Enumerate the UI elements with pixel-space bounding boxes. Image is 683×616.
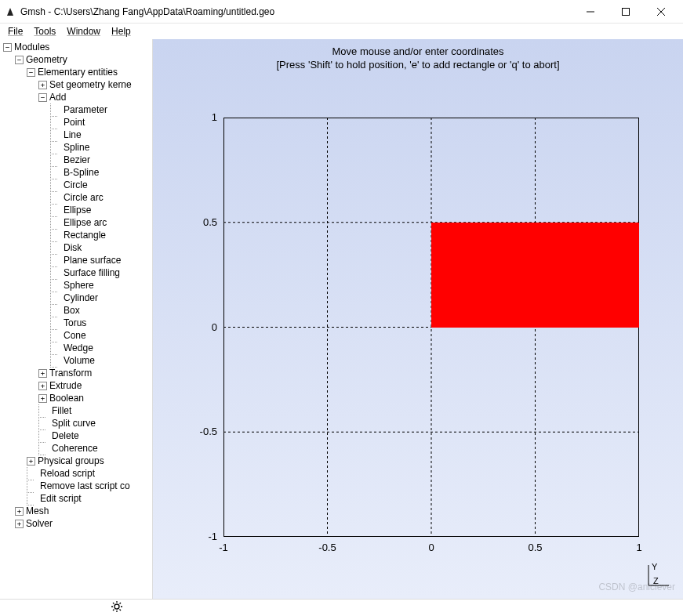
hint-line2: [Press 'Shift' to hold position, 'e' to … bbox=[153, 59, 683, 71]
app-icon bbox=[5, 6, 16, 17]
collapse-icon[interactable]: − bbox=[15, 56, 24, 64]
axis-y-label: Y bbox=[652, 562, 658, 571]
tree-add-box[interactable]: Box bbox=[50, 304, 152, 317]
tree-add-ellipse-arc[interactable]: Ellipse arc bbox=[50, 216, 152, 229]
menu-window[interactable]: Window bbox=[62, 24, 105, 38]
y-tick-label: -0.5 bbox=[194, 426, 217, 437]
tree-add-spline[interactable]: Spline bbox=[50, 141, 152, 154]
tree-extrude[interactable]: +Extrude bbox=[38, 379, 152, 392]
tree-add-bezier[interactable]: Bezier bbox=[50, 154, 152, 166]
tree-fillet[interactable]: Fillet bbox=[38, 404, 152, 417]
hint-text: Move mouse and/or enter coordinates [Pre… bbox=[153, 45, 683, 71]
tree-add-volume[interactable]: Volume bbox=[50, 354, 152, 367]
x-tick-label: -1 bbox=[214, 542, 233, 553]
tree-mesh[interactable]: +Mesh bbox=[15, 505, 152, 517]
maximize-button[interactable] bbox=[608, 0, 643, 24]
tree-elementary[interactable]: −Elementary entities bbox=[27, 66, 152, 78]
tree-boolean[interactable]: +Boolean bbox=[38, 392, 152, 404]
status-bar bbox=[0, 599, 683, 616]
tree-add-wedge[interactable]: Wedge bbox=[50, 342, 152, 354]
tree-edit-script[interactable]: Edit script bbox=[27, 492, 152, 505]
svg-point-17 bbox=[114, 604, 119, 609]
tree-split-curve[interactable]: Split curve bbox=[38, 417, 152, 429]
close-button[interactable] bbox=[643, 0, 678, 24]
tree-add-parameter[interactable]: Parameter bbox=[50, 103, 152, 116]
x-tick-label: 1 bbox=[630, 542, 648, 553]
expand-icon[interactable]: + bbox=[38, 382, 47, 390]
tree-modules[interactable]: −Modules bbox=[3, 41, 152, 53]
tree-add-circle-arc[interactable]: Circle arc bbox=[50, 191, 152, 204]
tree-add-cone[interactable]: Cone bbox=[50, 329, 152, 342]
menu-help[interactable]: Help bbox=[107, 24, 136, 38]
tree-physical-groups[interactable]: +Physical groups bbox=[27, 455, 152, 467]
sidebar: −Modules −Geometry −Elementary entities … bbox=[0, 39, 153, 599]
tree-add-ellipse[interactable]: Ellipse bbox=[50, 204, 152, 216]
tree-add-point[interactable]: Point bbox=[50, 116, 152, 129]
y-tick-label: 0 bbox=[194, 321, 217, 333]
menu-tools[interactable]: Tools bbox=[29, 24, 60, 38]
collapse-icon[interactable]: − bbox=[27, 68, 35, 77]
menu-bar: File Tools Window Help bbox=[0, 24, 683, 39]
expand-icon[interactable]: + bbox=[27, 457, 35, 466]
tree-add[interactable]: −Add bbox=[38, 91, 152, 103]
module-tree[interactable]: −Modules −Geometry −Elementary entities … bbox=[0, 39, 152, 530]
expand-icon[interactable]: + bbox=[15, 520, 24, 528]
gear-icon[interactable] bbox=[111, 600, 123, 615]
svg-rect-1 bbox=[622, 8, 629, 15]
watermark: CSDN @aniclever bbox=[598, 582, 675, 592]
y-tick-label: -1 bbox=[194, 531, 217, 542]
tree-add-plane-surface[interactable]: Plane surface bbox=[50, 254, 152, 266]
collapse-icon[interactable]: − bbox=[3, 43, 12, 52]
hint-line1: Move mouse and/or enter coordinates bbox=[153, 45, 683, 57]
x-tick-label: 0.5 bbox=[526, 542, 545, 553]
expand-icon[interactable]: + bbox=[38, 369, 47, 378]
tree-transform[interactable]: +Transform bbox=[38, 367, 152, 379]
tree-remove-last[interactable]: Remove last script co bbox=[27, 480, 152, 492]
tree-add-b-spline[interactable]: B-Spline bbox=[50, 166, 152, 179]
y-tick-label: 0.5 bbox=[194, 216, 217, 228]
svg-line-23 bbox=[120, 610, 122, 611]
tree-add-sphere[interactable]: Sphere bbox=[50, 279, 152, 292]
tree-add-disk[interactable]: Disk bbox=[50, 241, 152, 254]
svg-line-24 bbox=[113, 610, 114, 611]
title-bar: Gmsh - C:\Users\Zhang Fang\AppData\Roami… bbox=[0, 0, 683, 24]
y-tick-label: 1 bbox=[194, 111, 217, 123]
tree-add-circle[interactable]: Circle bbox=[50, 179, 152, 191]
plot-grid bbox=[223, 118, 639, 537]
menu-file[interactable]: File bbox=[3, 24, 27, 38]
svg-line-22 bbox=[113, 603, 114, 604]
rectangle-shape bbox=[431, 223, 639, 328]
tree-add-rectangle[interactable]: Rectangle bbox=[50, 229, 152, 241]
tree-add-torus[interactable]: Torus bbox=[50, 317, 152, 329]
tree-delete[interactable]: Delete bbox=[38, 429, 152, 442]
window-title: Gmsh - C:\Users\Zhang Fang\AppData\Roami… bbox=[20, 6, 572, 17]
tree-solver[interactable]: +Solver bbox=[15, 517, 152, 530]
tree-reload-script[interactable]: Reload script bbox=[27, 467, 152, 480]
tree-add-cylinder[interactable]: Cylinder bbox=[50, 292, 152, 304]
expand-icon[interactable]: + bbox=[38, 394, 47, 403]
plot-area[interactable]: -1-0.500.51-1-0.500.51 bbox=[223, 118, 639, 537]
tree-coherence[interactable]: Coherence bbox=[38, 442, 152, 455]
tree-add-line[interactable]: Line bbox=[50, 129, 152, 141]
expand-icon[interactable]: + bbox=[15, 507, 24, 516]
tree-add-surface-filling[interactable]: Surface filling bbox=[50, 266, 152, 279]
collapse-icon[interactable]: − bbox=[38, 93, 47, 102]
tree-set-kernel[interactable]: +Set geometry kerne bbox=[38, 78, 152, 91]
minimize-button[interactable] bbox=[572, 0, 608, 24]
x-tick-label: 0 bbox=[422, 542, 441, 553]
tree-geometry[interactable]: −Geometry bbox=[15, 53, 152, 66]
svg-line-25 bbox=[120, 603, 122, 604]
viewport[interactable]: Move mouse and/or enter coordinates [Pre… bbox=[153, 39, 683, 599]
expand-icon[interactable]: + bbox=[38, 81, 47, 89]
x-tick-label: -0.5 bbox=[318, 542, 337, 553]
